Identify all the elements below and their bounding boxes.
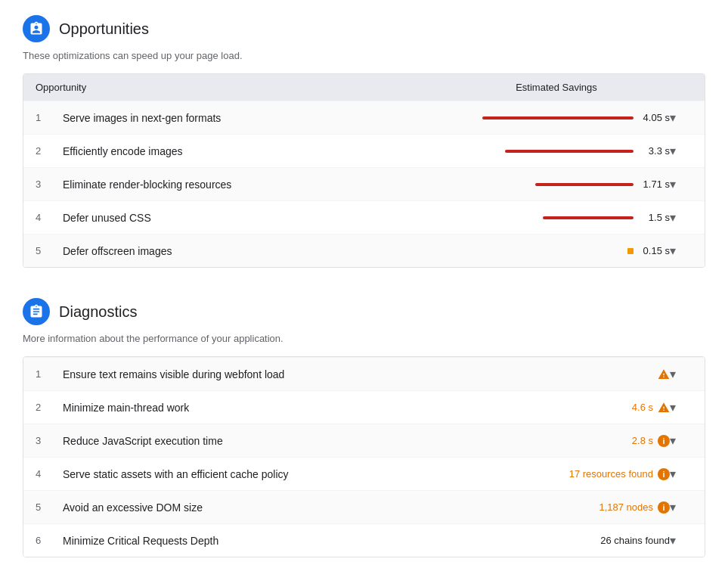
row-number: 6 [36, 535, 63, 546]
row-number: 3 [36, 179, 63, 190]
info-circle-icon: i [658, 468, 670, 480]
row-label: Serve static assets with an efficient ca… [63, 468, 569, 480]
diagnostics-subtitle: More information about the performance o… [23, 333, 705, 344]
chevron-down-icon[interactable]: ▾ [670, 244, 692, 258]
row-label: Eliminate render-blocking resources [63, 179, 398, 191]
row-number: 3 [36, 435, 63, 446]
savings-value: 4.05 s [640, 112, 670, 123]
diag-value-text: 2.8 s [632, 435, 653, 446]
diagnostics-icon [23, 298, 50, 325]
diagnostics-rows: 1 Ensure text remains visible during web… [23, 357, 705, 557]
savings-bar [535, 183, 634, 186]
diag-table-row[interactable]: 6 Minimize Critical Requests Depth 26 ch… [23, 523, 705, 557]
row-number: 2 [36, 402, 63, 413]
chevron-down-icon[interactable]: ▾ [670, 210, 692, 225]
warning-triangle-icon [658, 368, 670, 380]
diag-table-row[interactable]: 5 Avoid an excessive DOM size 1,187 node… [23, 490, 705, 523]
diagnostics-clipboard-icon [29, 304, 44, 319]
chevron-down-icon[interactable]: ▾ [670, 367, 692, 381]
savings-value: 1.5 s [640, 212, 670, 223]
col-savings: Estimated Savings [420, 82, 692, 93]
diag-value-text: 17 resources found [569, 468, 653, 480]
orange-square [627, 248, 634, 254]
chevron-down-icon[interactable]: ▾ [670, 467, 692, 481]
chevron-down-icon[interactable]: ▾ [670, 500, 692, 514]
diagnostics-header: Diagnostics [23, 298, 705, 325]
opportunities-icon [23, 15, 50, 42]
table-row[interactable]: 2 Efficiently encode images 3.3 s ▾ [23, 134, 705, 167]
diag-value-text: 4.6 s [632, 402, 653, 413]
savings-cell: 4.05 s [398, 112, 670, 123]
col-opportunity: Opportunity [36, 82, 420, 93]
row-label: Minimize Critical Requests Depth [63, 535, 600, 547]
row-number: 1 [36, 368, 63, 380]
savings-value: 0.15 s [640, 245, 670, 256]
table-row[interactable]: 5 Defer offscreen images 0.15 s ▾ [23, 234, 705, 267]
opportunities-table-header: Opportunity Estimated Savings [23, 74, 705, 101]
row-number: 1 [36, 112, 63, 123]
diag-table-row[interactable]: 2 Minimize main-thread work 4.6 s ▾ [23, 390, 705, 424]
row-label: Reduce JavaScript execution time [63, 435, 632, 447]
diagnostics-table: 1 Ensure text remains visible during web… [23, 356, 705, 557]
diag-value-text: 1,187 nodes [599, 501, 653, 513]
row-number: 5 [36, 245, 63, 256]
savings-value: 1.71 s [640, 179, 670, 190]
savings-bar [505, 150, 634, 153]
savings-cell: 0.15 s [398, 245, 670, 256]
diag-value [653, 368, 670, 380]
table-row[interactable]: 4 Defer unused CSS 1.5 s ▾ [23, 200, 705, 234]
opportunities-subtitle: These optimizations can speed up your pa… [23, 50, 705, 61]
diag-value: 26 chains found [600, 535, 670, 546]
savings-bar [627, 248, 634, 254]
clipboard-icon [29, 21, 44, 36]
row-label: Serve images in next-gen formats [63, 112, 398, 124]
opportunities-header: Opportunities [23, 15, 705, 42]
opportunities-table: Opportunity Estimated Savings 1 Serve im… [23, 73, 705, 268]
diag-value: 17 resources found i [569, 468, 670, 480]
opportunities-rows: 1 Serve images in next-gen formats 4.05 … [23, 101, 705, 267]
info-circle-icon: i [658, 435, 670, 447]
row-number: 4 [36, 468, 63, 480]
diag-value: 1,187 nodes i [599, 501, 670, 514]
chevron-down-icon[interactable]: ▾ [670, 144, 692, 158]
red-bar [482, 116, 634, 120]
savings-value: 3.3 s [640, 145, 670, 157]
red-bar [543, 216, 634, 219]
row-label: Avoid an excessive DOM size [63, 501, 599, 514]
savings-bar [482, 116, 634, 120]
red-bar [505, 150, 634, 153]
warning-triangle-icon [658, 402, 670, 414]
opportunities-title: Opportunities [59, 20, 149, 38]
chevron-down-icon[interactable]: ▾ [670, 433, 692, 448]
row-number: 2 [36, 145, 63, 157]
row-label: Ensure text remains visible during webfo… [63, 368, 653, 380]
red-bar [535, 183, 634, 186]
savings-cell: 1.71 s [398, 179, 670, 190]
chevron-down-icon[interactable]: ▾ [670, 110, 692, 125]
row-label: Efficiently encode images [63, 145, 398, 157]
diag-value: 4.6 s [632, 402, 670, 414]
savings-cell: 3.3 s [398, 145, 670, 157]
chevron-down-icon[interactable]: ▾ [670, 400, 692, 414]
table-row[interactable]: 3 Eliminate render-blocking resources 1.… [23, 167, 705, 200]
savings-cell: 1.5 s [398, 212, 670, 223]
table-row[interactable]: 1 Serve images in next-gen formats 4.05 … [23, 101, 705, 134]
row-number: 4 [36, 212, 63, 223]
row-label: Defer unused CSS [63, 212, 398, 224]
diagnostics-title: Diagnostics [59, 303, 137, 321]
info-circle-icon: i [658, 501, 670, 514]
diag-value-text: 26 chains found [600, 535, 670, 546]
diag-table-row[interactable]: 3 Reduce JavaScript execution time 2.8 s… [23, 424, 705, 457]
chevron-down-icon[interactable]: ▾ [670, 533, 692, 548]
chevron-down-icon[interactable]: ▾ [670, 177, 692, 191]
savings-bar [543, 216, 634, 219]
diag-table-row[interactable]: 4 Serve static assets with an efficient … [23, 457, 705, 490]
diag-value: 2.8 s i [632, 435, 670, 447]
row-number: 5 [36, 501, 63, 513]
diag-table-row[interactable]: 1 Ensure text remains visible during web… [23, 357, 705, 390]
row-label: Minimize main-thread work [63, 402, 632, 414]
row-label: Defer offscreen images [63, 245, 398, 257]
